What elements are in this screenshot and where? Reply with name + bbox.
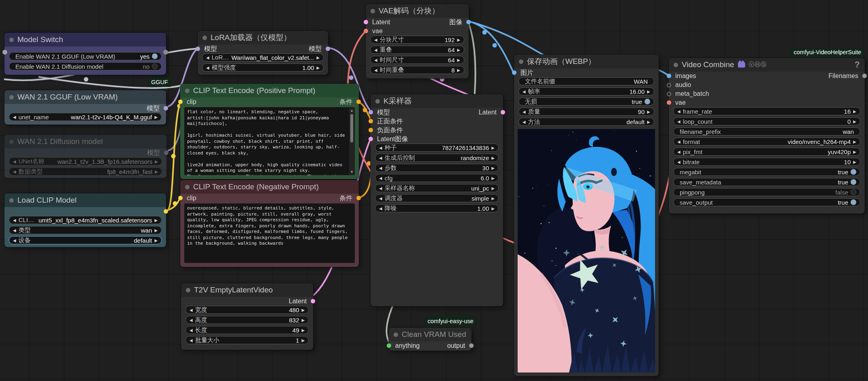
node-pack-badge: GGUF [148,78,171,87]
badge-layer: GGUFcomfyui-easy-usecomfyui-VideoHelperS… [0,0,868,381]
comfyui-canvas[interactable]: Model SwitchEnable WAN 2.1 GGUF (Low VRA… [0,0,868,381]
node-pack-badge: comfyui-easy-use [424,317,477,326]
node-pack-badge: comfyui-VideoHelperSuite [790,48,864,57]
